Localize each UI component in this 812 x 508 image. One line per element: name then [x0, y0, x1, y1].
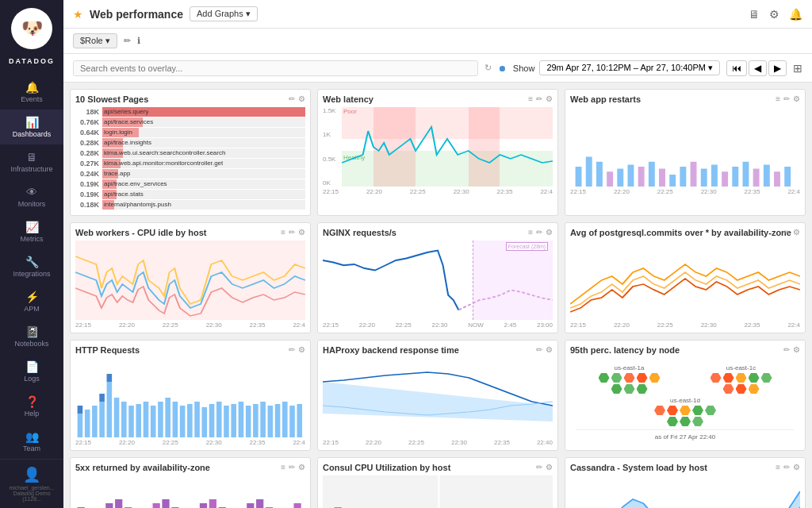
add-graphs-button[interactable]: Add Graphs ▾: [190, 6, 258, 21]
sidebar-item-infrastructure[interactable]: 🖥 Infrastructure: [0, 144, 63, 179]
edit-icon[interactable]: ✏: [536, 94, 542, 103]
svg-rect-70: [209, 499, 216, 508]
settings-icon[interactable]: ⚙: [793, 94, 800, 103]
logo-circle: 🐶: [11, 8, 52, 49]
sidebar-item-team[interactable]: 👥 Team: [0, 424, 63, 459]
edit-icon[interactable]: ✏: [783, 228, 790, 237]
list-item: 0.28K kima.web.ui.search:searchcontrolle…: [75, 148, 305, 158]
edit-icon[interactable]: ✏: [536, 228, 542, 237]
settings-icon[interactable]: ⚙: [793, 345, 800, 354]
panel-web-latency: Web latency ≡ ✏ ⚙ 1.5K 1K 0.5K 0K Poor: [317, 89, 558, 216]
svg-rect-93: [438, 475, 440, 508]
sidebar-item-metrics[interactable]: 📈 Metrics: [0, 214, 63, 249]
svg-rect-49: [260, 402, 266, 437]
edit-icon[interactable]: ✏: [124, 36, 131, 46]
sidebar-item-dashboards[interactable]: 📊 Dashboards: [0, 110, 63, 144]
edit-icon[interactable]: ✏: [289, 345, 295, 354]
settings-icon[interactable]: ⚙: [298, 345, 305, 354]
sidebar-item-help[interactable]: ❓ Help: [0, 389, 63, 424]
alert-icon[interactable]: 🔔: [789, 8, 802, 21]
edit-icon[interactable]: ✏: [289, 94, 295, 103]
sidebar: 🐶 DATADOG 🔔 Events 📊 Dashboards 🖥 Infras…: [0, 0, 63, 508]
svg-rect-4: [617, 169, 623, 187]
web-workers-x-labels: 22:1522:2022:2522:3022:3522:4: [75, 321, 305, 329]
settings-icon[interactable]: ⚙: [793, 463, 800, 471]
edit-icon[interactable]: ✏: [536, 345, 542, 354]
settings-icon[interactable]: ⚙: [793, 228, 800, 237]
time-range-selector[interactable]: 29m Apr 27, 10:12PM – Apr 27, 10:40PM ▾: [539, 60, 720, 75]
role-selector[interactable]: $Role ▾: [73, 33, 117, 48]
panel-consul-cpu: Consul CPU Utilization by host ✏ ⚙: [317, 457, 558, 508]
svg-rect-17: [753, 169, 760, 187]
search-input[interactable]: [73, 60, 478, 76]
settings-icon[interactable]: ⚙: [298, 228, 305, 237]
sidebar-item-integrations[interactable]: 🔧 Integrations: [0, 249, 63, 284]
settings-icon[interactable]: ⚙: [298, 463, 305, 471]
settings-icon[interactable]: ⚙: [546, 228, 553, 237]
list-icon[interactable]: ≡: [776, 463, 780, 471]
prev-prev-button[interactable]: ⏮: [726, 60, 747, 76]
next-button[interactable]: ▶: [768, 60, 787, 76]
svg-rect-41: [202, 407, 208, 437]
svg-rect-14: [722, 171, 728, 187]
edit-icon[interactable]: ✏: [783, 345, 790, 354]
web-latency-title: Web latency: [323, 94, 553, 104]
list-icon[interactable]: ≡: [281, 228, 285, 237]
hex-group-us-east-1d: us-east-1d: [654, 397, 716, 426]
settings-icon[interactable]: ⚙: [298, 94, 305, 103]
settings-icon[interactable]: ⚙: [546, 463, 553, 471]
edit-icon[interactable]: ✏: [289, 228, 295, 237]
list-item: 0.27K kima.web.api.monitor:monitorcontro…: [75, 159, 305, 168]
svg-rect-42: [209, 404, 215, 437]
svg-rect-69: [200, 503, 207, 508]
settings-icon[interactable]: ⚙: [546, 94, 553, 103]
apm-icon: ⚡: [25, 291, 39, 303]
svg-rect-26: [99, 394, 105, 402]
postgresql-commits-icons: ✏ ⚙: [783, 228, 800, 237]
edit-icon[interactable]: ✏: [289, 463, 295, 471]
svg-rect-15: [732, 167, 738, 187]
svg-rect-43: [216, 402, 222, 437]
svg-rect-24: [92, 406, 98, 437]
list-icon[interactable]: ≡: [281, 463, 285, 471]
settings-icon[interactable]: ⚙: [769, 8, 779, 21]
favorite-icon[interactable]: ★: [73, 8, 83, 21]
sidebar-item-apm[interactable]: ⚡ APM: [0, 284, 63, 319]
timestamp: as of Fri 27 Apr 22:40: [576, 429, 794, 441]
sidebar-item-notebooks[interactable]: 📓 Notebooks: [0, 319, 63, 354]
list-item: 0.64K login.login: [75, 128, 305, 137]
hex-group-us-east-1c: us-east-1c: [710, 364, 772, 394]
sidebar-item-monitors[interactable]: 👁 Monitors: [0, 179, 63, 214]
panel-cassandra: Cassandra - System load by host ≡ ✏ ⚙ 22…: [565, 457, 806, 508]
panel-5xx: 5xx returned by availability-zone ≡ ✏ ⚙: [70, 457, 311, 508]
sidebar-item-events[interactable]: 🔔 Events: [0, 75, 63, 110]
list-icon[interactable]: ≡: [528, 228, 533, 237]
svg-rect-35: [158, 402, 163, 437]
svg-rect-75: [256, 499, 263, 508]
prev-button[interactable]: ◀: [749, 60, 767, 76]
logs-icon: 📄: [25, 360, 39, 373]
edit-icon[interactable]: ✏: [783, 94, 790, 103]
search-live-icon[interactable]: ⏺: [498, 64, 507, 73]
info-icon[interactable]: ℹ: [137, 36, 140, 46]
http-requests-x-labels: 22:1522:2022:2522:3022:3522:4: [75, 439, 305, 446]
svg-rect-37: [173, 402, 178, 437]
grid-view-icon[interactable]: ⊞: [793, 62, 802, 75]
panel-nginx-requests: NGINX requests/s ≡ ✏ ⚙ Forecast (28m) 22…: [317, 222, 558, 333]
svg-rect-7: [649, 162, 655, 187]
edit-icon[interactable]: ✏: [536, 463, 542, 471]
list-icon[interactable]: ≡: [776, 94, 780, 103]
edit-icon[interactable]: ✏: [783, 463, 790, 471]
search-refresh-icon[interactable]: ↻: [485, 63, 492, 73]
filterbar: ↻ ⏺ Show 29m Apr 27, 10:12PM – Apr 27, 1…: [63, 54, 812, 83]
svg-rect-53: [289, 406, 295, 437]
monitor-icon[interactable]: 🖥: [749, 8, 760, 21]
svg-rect-23: [85, 410, 90, 437]
svg-rect-9: [669, 175, 676, 187]
svg-rect-32: [136, 404, 141, 437]
sidebar-item-logs[interactable]: 📄 Logs: [0, 354, 63, 389]
svg-rect-47: [246, 406, 251, 437]
list-icon[interactable]: ≡: [528, 94, 533, 103]
settings-icon[interactable]: ⚙: [546, 345, 553, 354]
http-requests-title: HTTP Requests: [75, 345, 305, 355]
